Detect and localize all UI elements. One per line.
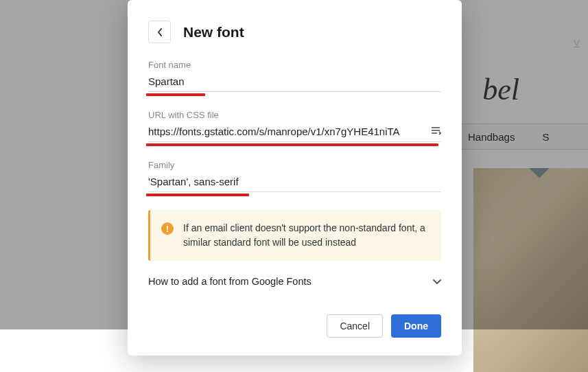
family-label: Family — [148, 160, 441, 170]
warning-notice: ! If an email client doesn't support the… — [148, 210, 441, 261]
family-input[interactable] — [148, 174, 441, 189]
warning-text: If an email client doesn't support the n… — [183, 221, 430, 250]
modal-title: New font — [183, 24, 244, 40]
warning-icon: ! — [161, 222, 174, 235]
annotation-underline — [146, 194, 249, 196]
back-button[interactable] — [148, 21, 171, 43]
font-name-label: Font name — [148, 60, 441, 70]
new-font-modal: New font Font name URL with CSS file Fam… — [128, 0, 462, 356]
url-input[interactable] — [148, 124, 441, 139]
expander-label: How to add a font from Google Fonts — [148, 276, 311, 287]
cancel-button[interactable]: Cancel — [327, 314, 383, 338]
chevron-down-icon — [433, 276, 441, 287]
url-label: URL with CSS file — [148, 110, 441, 120]
chevron-left-icon — [157, 28, 163, 36]
annotation-underline — [146, 93, 205, 96]
done-button[interactable]: Done — [391, 314, 441, 338]
font-name-input[interactable] — [148, 74, 441, 89]
annotation-underline — [146, 143, 438, 146]
text-input-icon — [430, 126, 441, 138]
how-to-expander[interactable]: How to add a font from Google Fonts — [148, 276, 441, 287]
